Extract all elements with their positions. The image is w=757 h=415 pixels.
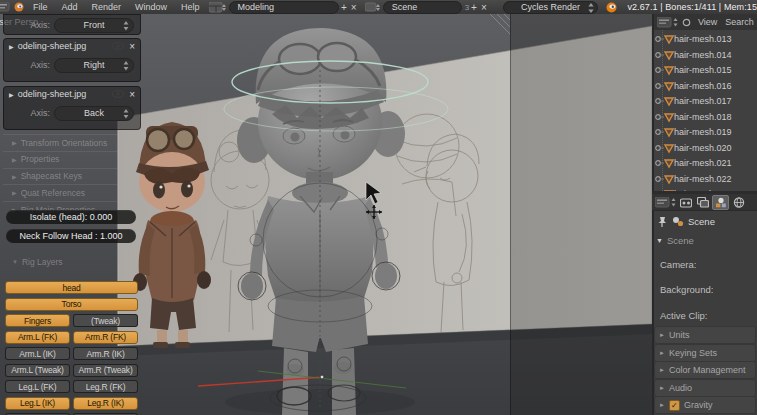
rig-layer-head-button[interactable]: head [5, 281, 138, 294]
scene-name-field[interactable]: Scene [383, 1, 462, 14]
filter-icon[interactable] [682, 18, 691, 27]
menu-window[interactable]: Window [128, 2, 174, 12]
rig-layer-armR-tweak-button[interactable]: Arm.R (Tweak) [73, 364, 138, 377]
breadcrumb-label: Scene [688, 216, 715, 227]
render-engine-select[interactable]: Cycles Render [503, 1, 599, 14]
outliner-display-mode-icon[interactable] [657, 17, 679, 28]
outliner-menu-search[interactable]: Search [721, 17, 757, 27]
rig-layer-legR-fk-button[interactable]: Leg.R (FK) [73, 380, 138, 393]
section-keying-sets[interactable]: ►Keying Sets [654, 344, 756, 362]
rig-layer-fingers-button[interactable]: Fingers [5, 314, 70, 327]
rig-layer-tweak-button[interactable]: (Tweak) [73, 314, 138, 327]
outliner-item[interactable]: hair-mesh.014 [654, 48, 757, 62]
sidebar-overlay: hair-mesh.013 hair-mesh.014 hair-mesh.01… [652, 14, 757, 415]
object-mesh-icon [654, 64, 674, 76]
bg-image-panel-right: ▶ odeling-sheet.jpg × Axis: Right [3, 38, 141, 82]
object-mesh-icon [654, 142, 674, 154]
editor-type-icon[interactable] [0, 2, 10, 12]
rig-layer-armL-tweak-button[interactable]: Arm.L (Tweak) [5, 364, 70, 377]
expand-arrow-icon[interactable]: ▶ [9, 43, 14, 50]
outliner-item[interactable]: hair-mesh.019 [654, 125, 757, 139]
axis-front-select[interactable]: Front [54, 18, 134, 33]
outliner-item[interactable]: hair-mesh.013 [654, 32, 757, 46]
outliner-item[interactable]: hair-mesh.015 [654, 63, 757, 77]
section-gravity[interactable]: ►✓Gravity [654, 396, 756, 414]
eye-icon[interactable] [112, 42, 124, 50]
top-header: File Add Render Window Help Modeling + ×… [0, 0, 757, 15]
close-icon[interactable]: × [129, 41, 135, 52]
neck-follow-head-slider[interactable]: Neck Follow Head : 1.000 [6, 229, 136, 243]
axis-label: Axis: [4, 20, 54, 30]
blender-app-icon [14, 2, 24, 12]
panel-shapecast-keys[interactable]: ▶Shapecast Keys [3, 168, 139, 184]
isolate-head-slider[interactable]: Isolate (head): 0.000 [6, 210, 136, 224]
scene-browse-icon[interactable] [365, 2, 381, 13]
outliner-item[interactable]: hair-mesh.018 [654, 110, 757, 124]
scene-stats: v2.67.1 | Bones:1/411 | Mem:15 [627, 2, 757, 12]
rig-layer-armR-fk-button[interactable]: Arm.R (FK) [73, 331, 138, 344]
outliner-item[interactable]: hair-mesh.021 [654, 156, 757, 170]
layout-add-icon[interactable]: + [339, 2, 349, 13]
object-mesh-icon [654, 33, 674, 45]
expand-arrow-icon[interactable]: ▶ [9, 91, 14, 98]
axis-label: Axis: [4, 60, 54, 70]
object-mesh-icon [654, 111, 674, 123]
tab-render-layers-icon[interactable] [695, 196, 710, 209]
axis-label: Axis: [4, 108, 54, 118]
rig-layer-torso-button[interactable]: Torso [5, 298, 138, 311]
blender-window: File Add Render Window Help Modeling + ×… [0, 0, 757, 415]
panel-quat-references[interactable]: ▶Quat References [3, 184, 139, 200]
menu-file[interactable]: File [26, 2, 55, 12]
scene-panel-header[interactable]: ▼Scene [656, 235, 694, 246]
rig-layer-legR-ik-button[interactable]: Leg.R (IK) [73, 397, 138, 410]
bg-image-panel-back: ▶ odeling-sheet.jpg × Axis: Back [3, 86, 141, 130]
pin-icon[interactable] [657, 216, 667, 227]
menu-add[interactable]: Add [55, 2, 85, 12]
outliner-item[interactable]: hair-mesh.020 [654, 141, 757, 155]
scene-close-icon[interactable]: × [479, 2, 489, 13]
scene-add-icon[interactable]: + [469, 2, 479, 13]
outliner-item[interactable]: hair-mesh.016 [654, 79, 757, 93]
outliner-menu-view[interactable]: View [694, 17, 721, 27]
tab-scene-icon[interactable] [712, 195, 729, 210]
outliner-header: View Search [654, 14, 757, 31]
object-mesh-icon [654, 49, 674, 61]
layout-name-field[interactable]: Modeling [229, 1, 339, 14]
rig-layer-armR-ik-button[interactable]: Arm.R (IK) [73, 347, 138, 360]
bg-image-panel-front: Axis: Front [3, 14, 141, 35]
screen-layout-icon[interactable] [209, 2, 227, 13]
rig-layer-legL-ik-button[interactable]: Leg.L (IK) [5, 397, 70, 410]
rig-layer-legL-fk-button[interactable]: Leg.L (FK) [5, 380, 70, 393]
section-audio[interactable]: ►Audio [654, 379, 756, 397]
eye-icon[interactable] [112, 90, 124, 98]
axis-right-select[interactable]: Right [54, 58, 134, 73]
object-mesh-icon [654, 157, 674, 169]
outliner-item[interactable]: hair-mesh.022 [654, 172, 757, 186]
background-field-label: Background: [660, 284, 713, 295]
layout-close-icon[interactable]: × [349, 2, 359, 13]
panel-transform-orientations[interactable]: ▶Transform Orientations [3, 134, 139, 150]
rig-layer-armL-fk-button[interactable]: Arm.L (FK) [5, 331, 70, 344]
object-mesh-icon [654, 95, 674, 107]
n-panel-region [510, 14, 652, 415]
tab-world-icon[interactable] [731, 196, 746, 209]
section-color-management[interactable]: ►Color Management [654, 361, 756, 379]
viewport-3d[interactable]: User Persp Axis: Front ▶ odeling-sheet.j… [0, 14, 652, 415]
close-icon[interactable]: × [129, 89, 135, 100]
rig-layer-armL-ik-button[interactable]: Arm.L (IK) [5, 347, 70, 360]
panel-rig-layers[interactable]: ▼Rig Layers [3, 254, 139, 269]
outliner-item[interactable]: hair-mesh.017 [654, 94, 757, 108]
gravity-checkbox[interactable]: ✓ [669, 400, 680, 411]
properties-display-icon[interactable] [655, 197, 677, 208]
blender-logo-icon [606, 2, 617, 13]
section-units[interactable]: ►Units [654, 326, 756, 344]
tab-render-icon[interactable] [678, 196, 693, 209]
object-mesh-icon [654, 173, 674, 185]
object-mesh-icon [654, 80, 674, 92]
bg-image-name: odeling-sheet.jpg [18, 89, 113, 99]
menu-help[interactable]: Help [174, 2, 207, 12]
axis-back-select[interactable]: Back [54, 106, 134, 121]
panel-properties[interactable]: ▶Properties [3, 151, 139, 167]
properties-header [652, 194, 757, 211]
menu-render[interactable]: Render [85, 2, 129, 12]
